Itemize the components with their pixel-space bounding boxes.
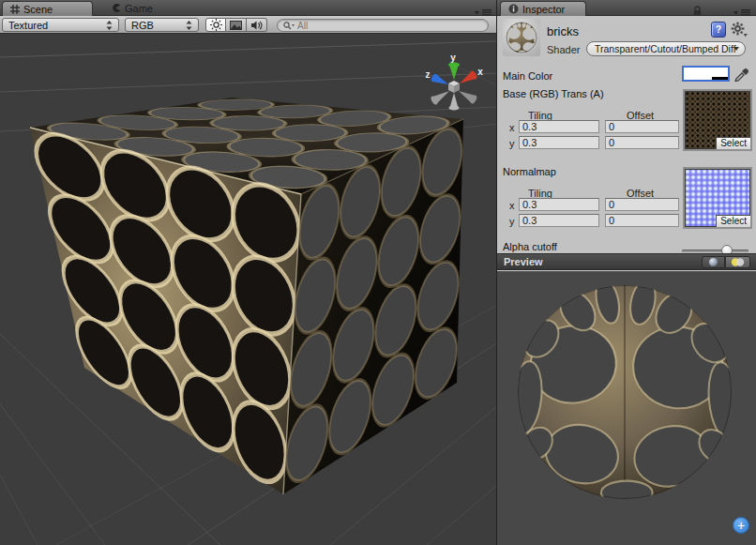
base-offset-y-field[interactable] [605, 136, 679, 149]
scene-lighting-toggle[interactable] [205, 18, 226, 32]
render-mode-value: Textured [8, 20, 106, 31]
tab-inspector[interactable]: Inspector [500, 1, 586, 16]
inspector-tab-bar: Inspector [497, 0, 756, 16]
preview-title: Preview [497, 256, 702, 267]
orientation-gizmo[interactable]: yxz [426, 53, 484, 111]
textured-cube[interactable] [30, 98, 463, 494]
eyedropper-icon [733, 65, 748, 82]
color-channels-value: RGB [131, 20, 186, 31]
base-texture-thumbnail[interactable]: Select [683, 89, 752, 151]
preview-lighting-button[interactable] [725, 256, 750, 268]
scene-panel-menu-icon[interactable] [475, 9, 491, 16]
preview-mesh-button[interactable] [702, 256, 725, 268]
add-preview-button[interactable]: + [733, 517, 749, 534]
plus-glyph: + [737, 518, 745, 533]
two-lights-icon [731, 257, 745, 267]
normal-x-label: x [509, 200, 515, 211]
normalmap-select-button[interactable]: Select [716, 215, 750, 227]
scene-viewport[interactable]: yxz [0, 34, 496, 545]
slider-track[interactable] [682, 250, 748, 252]
render-mode-dropdown[interactable]: Textured [2, 18, 119, 32]
sphere-icon [708, 257, 718, 267]
scene-audio-toggle[interactable] [247, 18, 267, 32]
shader-label: Shader [547, 44, 580, 55]
gizmo-y-label: y [450, 53, 456, 63]
normal-tiling-y-field[interactable] [519, 214, 599, 227]
preview-body[interactable]: + [497, 271, 756, 545]
color-channels-dropdown[interactable]: RGB [125, 18, 199, 32]
updown-arrows-icon [106, 21, 113, 30]
scene-panel: Scene Game Textured [0, 0, 496, 545]
normal-tiling-x-field[interactable] [519, 198, 599, 211]
search-icon [283, 22, 295, 30]
inspector-panel-menu-icon[interactable] [733, 9, 750, 16]
material-inspector: bricks Shader Transparent/Cutout/Bumped … [497, 16, 756, 269]
main-color-label: Main Color [503, 70, 552, 82]
unity-editor-window: Scene Game Textured [0, 0, 756, 545]
base-x-label: x [509, 122, 515, 133]
speaker-icon [250, 20, 263, 31]
help-button[interactable]: ? [711, 22, 726, 38]
tab-scene[interactable]: Scene [2, 1, 93, 16]
scene-toolbar: Textured RGB [0, 16, 496, 34]
sun-icon [210, 19, 222, 31]
main-color-swatch[interactable] [682, 66, 730, 82]
material-thumbnail[interactable] [503, 19, 540, 56]
shader-value: Transparent/Cutout/Bumped Diff [595, 43, 736, 54]
gear-button[interactable] [731, 22, 748, 38]
scene-search-input[interactable] [297, 20, 482, 31]
tab-scene-label: Scene [23, 4, 53, 15]
inspector-panel: Inspector bricks Shader [497, 0, 756, 545]
tab-game-label: Game [125, 3, 153, 14]
scene-tab-bar: Scene Game [0, 0, 496, 16]
game-icon [111, 3, 121, 13]
base-section-label: Base (RGB) Trans (A) [503, 88, 604, 99]
preview-header[interactable]: Preview [497, 253, 756, 270]
material-name: bricks [547, 24, 579, 38]
base-tiling-y-field[interactable] [519, 136, 599, 149]
normalmap-label: Normalmap [503, 166, 556, 177]
alpha-cutoff-label: Alpha cutoff [503, 241, 557, 252]
gizmo-z-label: z [426, 69, 431, 80]
info-icon [508, 4, 519, 14]
eyedropper-button[interactable] [733, 65, 748, 83]
chevron-down-icon [733, 47, 739, 51]
alpha-bar [712, 77, 728, 80]
image-icon [230, 21, 242, 30]
gear-icon [731, 22, 748, 38]
tab-game[interactable]: Game [105, 0, 159, 16]
normal-y-label: y [509, 216, 515, 227]
normal-offset-x-field[interactable] [605, 198, 679, 211]
scene-search-field[interactable] [277, 19, 489, 32]
tab-inspector-label: Inspector [522, 4, 565, 15]
updown-arrows-icon [186, 21, 192, 30]
gizmo-x-label: x [477, 67, 483, 77]
scene-grid-icon [10, 5, 20, 14]
base-y-label: y [509, 138, 515, 149]
base-offset-x-field[interactable] [605, 120, 679, 133]
shader-dropdown[interactable]: Transparent/Cutout/Bumped Diff [586, 41, 746, 56]
normalmap-thumbnail[interactable]: Select [683, 167, 752, 229]
help-glyph: ? [716, 24, 721, 35]
base-texture-select-button[interactable]: Select [716, 137, 750, 149]
normal-offset-y-field[interactable] [605, 214, 679, 227]
base-tiling-x-field[interactable] [519, 120, 599, 133]
scene-skybox-toggle[interactable] [226, 18, 247, 32]
